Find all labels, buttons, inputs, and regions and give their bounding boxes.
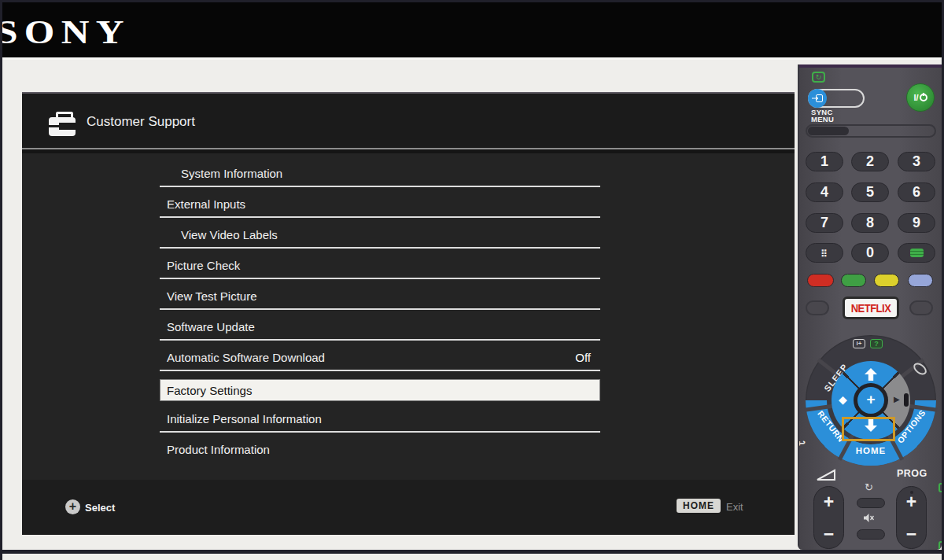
menu-item-view-video-labels[interactable]: View Video Labels [160,218,600,249]
frame-border-left [0,0,2,560]
remote-top-edge [799,64,942,68]
select-button-ring: + [854,383,888,418]
right-arrow-button[interactable]: ▶ [894,395,900,403]
menu-item-automatic-software-download[interactable]: Automatic Software Download Off [160,341,600,371]
toolbox-icon [49,117,76,136]
menu-item-software-update[interactable]: Software Update [160,310,600,341]
menu-item-label: Picture Check [167,259,240,272]
mute-button[interactable] [857,529,885,540]
sony-support-page: SONY Customer Support System Information… [0,0,944,560]
mute-icon [863,513,874,523]
menu-item-label: Software Update [167,320,255,333]
help-icon[interactable]: ? [870,339,883,348]
digit-3-button[interactable]: 3 [898,152,935,171]
volume-icon [816,469,837,481]
sony-logo: SONY [0,13,131,51]
red-color-button[interactable] [807,274,834,287]
power-button[interactable]: I/ [906,83,935,112]
home-label: HOME [806,446,936,455]
digit-2-button[interactable]: 2 [851,152,889,171]
function-pill-button[interactable] [806,124,936,138]
netflix-button[interactable]: NETFLIX [843,297,899,319]
jump-refresh-icon: ↻ [865,481,873,493]
frame-border-top [0,0,944,2]
green-color-button[interactable] [841,274,866,287]
prog-label: PROG [897,468,927,479]
digit-6-button[interactable]: 6 [898,182,935,202]
netflix-logo: NETFLIX [851,297,891,318]
menu-item-product-information[interactable]: Product Information [160,433,600,463]
menu-item-system-information[interactable]: System Information [160,157,600,187]
menu-item-label: Factory Settings [167,384,252,397]
yellow-color-button[interactable] [874,274,899,287]
menu-item-label: External Inputs [167,197,245,211]
grid-icon: ⠿ [820,249,828,260]
right-blank-button[interactable] [909,300,933,315]
power-symbol-icon [920,94,927,101]
eco-sync-icon: ↻ [812,72,825,83]
menu-item-label: Automatic Software Download [167,351,325,364]
tv-screen-panel: Customer Support System Information Exte… [22,92,795,535]
down-button-highlight [842,417,895,441]
digit-8-button[interactable]: 8 [851,213,889,233]
dpad-right-notch [904,393,909,407]
remote-control: ↻ SYNC MENU I/ 1 2 3 4 5 6 7 8 9 ⠿ 0 [798,64,942,550]
menu-item-label: View Test Picture [167,289,257,303]
info-display-icon[interactable]: i+ [853,339,865,348]
volume-rocker[interactable]: + − [813,486,844,549]
blue-color-button[interactable] [908,274,933,287]
dpad-cluster: i+ ? SLEEP ◆ ▶ + RETURN OPTIONS HOME [806,335,936,466]
menu-item-label: Initialize Personal Information [167,412,322,426]
digit-7-button[interactable]: 7 [806,213,843,233]
volume-down-button[interactable]: − [814,524,843,545]
home-key-badge: HOME [677,499,721,513]
exit-hint-label: Exit [726,501,743,513]
tv-footer-bar: + Select HOME Exit [22,480,795,535]
menu-item-picture-check[interactable]: Picture Check [160,249,600,279]
digit-0-button[interactable]: 0 [851,243,889,263]
menu-item-external-inputs[interactable]: External Inputs [160,187,600,218]
jump-button[interactable] [857,498,885,508]
volume-up-button[interactable]: + [814,492,843,513]
select-dpad-icon: + [65,499,80,514]
frame-border-bottom [0,550,944,554]
menu-item-label: View Video Labels [181,228,278,241]
prog-up-button[interactable]: + [897,492,926,513]
customer-support-header: Customer Support [22,94,795,149]
function-oval-key [808,127,849,135]
prog-down-button[interactable]: − [897,524,926,545]
left-blank-button[interactable] [806,300,829,315]
up-arrow-button[interactable] [865,368,877,381]
teletext-button[interactable] [898,243,935,263]
menu-item-value: Off [575,351,591,364]
menu-item-label: System Information [181,167,282,180]
menu-item-view-test-picture[interactable]: View Test Picture [160,279,600,310]
input-icon [808,89,827,108]
channel-grid-button[interactable]: ⠿ [806,243,843,263]
digit-4-button[interactable]: 4 [806,182,843,202]
prog-rocker[interactable]: + − [896,486,927,549]
page-title: Customer Support [87,114,195,130]
input-select-button[interactable] [808,89,865,108]
teletext-icon [910,249,924,257]
digit-5-button[interactable]: 5 [851,182,889,202]
return-hook-icon: ↩ [798,437,806,449]
left-arrow-button[interactable]: ◆ [839,393,847,406]
top-brand-bar: SONY [2,2,942,60]
menu-item-factory-settings-selected[interactable]: Factory Settings [160,371,600,402]
menu-item-label: Product Information [167,443,270,456]
select-ok-button[interactable]: + [857,387,884,414]
select-hint-label: Select [85,502,115,514]
sync-menu-label: SYNC MENU [811,109,834,123]
digit-1-button[interactable]: 1 [806,152,843,171]
support-menu: System Information External Inputs View … [160,157,600,463]
menu-item-initialize-personal-information[interactable]: Initialize Personal Information [160,402,600,433]
power-label: I/ [913,93,918,102]
digit-9-button[interactable]: 9 [898,213,935,233]
sync-label-line2: MENU [811,116,834,123]
